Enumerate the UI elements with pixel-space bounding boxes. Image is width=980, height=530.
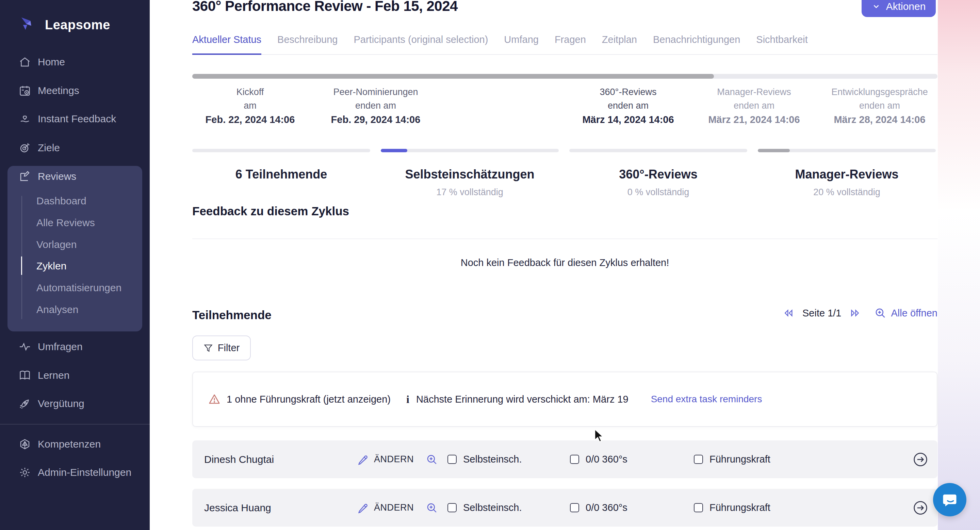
tab-aktueller-status[interactable]: Aktueller Status — [192, 34, 261, 55]
first-page-icon[interactable] — [783, 308, 794, 318]
open-participant-button[interactable] — [913, 441, 928, 478]
timeline-progress — [192, 74, 714, 79]
reviews-submenu-panel: Reviews Dashboard Alle Reviews Vorlagen … — [8, 166, 142, 331]
logo[interactable]: Leapsome — [20, 15, 110, 35]
milestone-prefix: enden am — [805, 99, 955, 112]
sidebar-item-label: Ziele — [38, 142, 60, 153]
sidebar-item-zyklen[interactable]: Zyklen — [8, 256, 142, 276]
tab-umfang[interactable]: Umfang — [504, 34, 539, 54]
sub-item-label: Zyklen — [37, 260, 66, 272]
divider — [192, 238, 937, 239]
sidebar-item-dashboard[interactable]: Dashboard — [8, 191, 142, 211]
sidebar-item-alle-reviews[interactable]: Alle Reviews — [8, 213, 142, 233]
send-reminders-link[interactable]: Send extra task reminders — [651, 394, 762, 405]
360s-label: 0/0 360°s — [585, 489, 627, 527]
page-title: 360° Performance Review - Feb 15, 2024 — [192, 0, 458, 14]
tab-zeitplan[interactable]: Zeitplan — [602, 34, 637, 54]
main-content: 360° Performance Review - Feb 15, 2024 A… — [192, 0, 937, 530]
milestone-prefix: enden am — [301, 99, 450, 112]
zoom-in-icon — [426, 454, 438, 465]
info-icon: i — [406, 393, 409, 405]
sidebar-item-home[interactable]: Home — [0, 52, 150, 72]
selbsteinschaetzung-label: Selbsteinsch. — [463, 441, 522, 478]
change-button[interactable]: ÄNDERN — [357, 489, 414, 527]
sidebar-item-ziele[interactable]: Ziele — [0, 137, 150, 158]
sidebar-item-instant-feedback[interactable]: Instant Feedback — [0, 109, 150, 129]
milestone-title: Peer-Nominierungen — [301, 85, 450, 99]
sub-item-label: Vorlagen — [37, 239, 76, 251]
sidebar-item-analysen[interactable]: Analysen — [8, 300, 142, 319]
target-icon — [19, 142, 31, 154]
milestone-date: Feb. 29, 2024 14:06 — [301, 112, 450, 127]
participants-alert-card: 1 ohne Führungskraft (jetzt anzeigen) i … — [192, 372, 937, 427]
participant-row[interactable]: Dinesh Chugtai ÄNDERN Selbsteinsch. 0/0 … — [192, 441, 937, 478]
zoom-in-icon — [875, 307, 886, 319]
360s-label: 0/0 360°s — [585, 441, 627, 478]
pencil-icon — [357, 454, 369, 465]
tab-benachrichtigungen[interactable]: Benachrichtigungen — [653, 34, 740, 54]
progress-fill — [381, 149, 407, 152]
sidebar-item-label: Meetings — [38, 85, 79, 96]
pagination: Seite 1/1 Alle öffnen — [783, 307, 937, 319]
warning-icon — [208, 393, 221, 405]
progress-label: Selbsteinschätzungen — [381, 167, 559, 182]
chevron-down-icon — [872, 2, 881, 11]
sidebar-item-reviews[interactable]: Reviews — [8, 166, 142, 187]
open-participant-button[interactable] — [913, 489, 928, 527]
progress-sublabel: 20 % vollständig — [758, 187, 936, 198]
zoom-in-icon — [426, 502, 438, 514]
tab-sichtbarkeit[interactable]: Sichtbarkeit — [756, 34, 808, 54]
intercom-chat-button[interactable] — [933, 483, 966, 516]
selbsteinschaetzung-checkbox[interactable] — [447, 455, 457, 464]
sidebar-item-admin-einstellungen[interactable]: Admin-Einstellungen — [0, 462, 150, 483]
progress-bar — [758, 149, 936, 152]
360s-checkbox[interactable] — [570, 455, 579, 464]
background-gradient — [938, 0, 980, 530]
sidebar-item-automatisierungen[interactable]: Automatisierungen — [8, 278, 142, 298]
participant-row[interactable]: Jessica Huang ÄNDERN Selbsteinsch. 0/0 3… — [192, 489, 937, 527]
missing-manager-warning[interactable]: 1 ohne Führungskraft (jetzt anzeigen) — [227, 394, 391, 405]
participants-heading: Teilnehmende — [192, 308, 272, 322]
selbsteinschaetzung-label: Selbsteinsch. — [463, 489, 522, 527]
sidebar-item-label: Home — [38, 56, 65, 68]
home-icon — [19, 56, 31, 68]
fuehrungskraft-checkbox[interactable] — [694, 503, 703, 512]
sidebar-item-umfragen[interactable]: Umfragen — [0, 337, 150, 357]
progress-label: 360°-Reviews — [569, 167, 747, 182]
feedback-empty-text: Noch kein Feedback für diesen Zyklus erh… — [192, 257, 937, 268]
tab-fragen[interactable]: Fragen — [555, 34, 586, 54]
fuehrungskraft-checkbox[interactable] — [694, 455, 703, 464]
last-page-icon[interactable] — [850, 308, 860, 318]
progress-sublabel: 0 % vollständig — [569, 187, 747, 198]
heart-hand-icon — [19, 113, 31, 125]
change-button-label: ÄNDERN — [374, 454, 414, 465]
filter-button[interactable]: Filter — [192, 335, 251, 360]
open-details-button[interactable] — [426, 489, 438, 527]
page-indicator: Seite 1/1 — [802, 308, 841, 319]
sidebar-item-vorlagen[interactable]: Vorlagen — [8, 235, 142, 254]
360s-checkbox[interactable] — [570, 503, 579, 512]
open-all-button[interactable]: Alle öffnen — [875, 307, 937, 319]
leapsome-logo-icon — [20, 15, 40, 35]
sidebar: Leapsome Home Meetings Instant Feedback … — [0, 0, 150, 530]
progress-bar — [381, 149, 559, 152]
feedback-heading: Feedback zu diesem Zyklus — [192, 204, 349, 218]
sidebar-item-kompetenzen[interactable]: Kompetenzen — [0, 434, 150, 454]
sidebar-item-meetings[interactable]: Meetings — [0, 80, 150, 101]
logo-text: Leapsome — [45, 18, 110, 32]
change-button[interactable]: ÄNDERN — [357, 441, 414, 478]
sidebar-item-label: Reviews — [38, 171, 76, 182]
tab-beschreibung[interactable]: Beschreibung — [277, 34, 337, 54]
sidebar-item-label: Lernen — [38, 370, 69, 381]
sidebar-item-verguetung[interactable]: Vergütung — [0, 393, 150, 414]
actions-button[interactable]: Aktionen — [862, 0, 936, 17]
gear-icon — [19, 466, 31, 479]
selbsteinschaetzung-checkbox[interactable] — [447, 503, 457, 512]
sidebar-item-lernen[interactable]: Lernen — [0, 365, 150, 386]
sidebar-item-label: Vergütung — [38, 398, 84, 409]
open-details-button[interactable] — [426, 441, 438, 478]
sub-item-label: Automatisierungen — [37, 282, 121, 294]
sidebar-item-label: Kompetenzen — [38, 438, 101, 450]
tab-participants[interactable]: Participants (original selection) — [353, 34, 488, 54]
filter-button-label: Filter — [218, 342, 240, 354]
